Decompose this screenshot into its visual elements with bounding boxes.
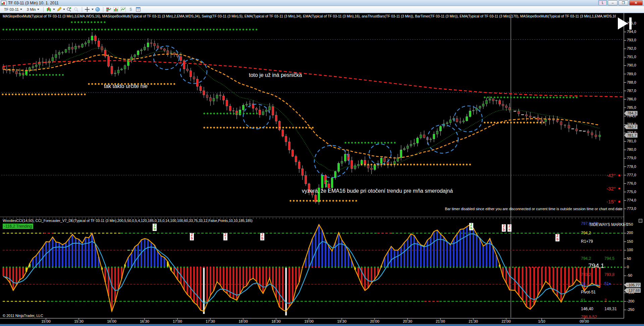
swing-dot (32, 93, 33, 95)
swing-dot (151, 83, 152, 85)
swing-dot (391, 142, 392, 143)
swing-dot (104, 29, 106, 30)
swing-dot (41, 93, 43, 95)
swing-dot (487, 96, 489, 98)
swing-dot (108, 29, 109, 30)
swing-dot (285, 127, 287, 128)
swing-dot (253, 112, 254, 114)
swing-dot (52, 74, 54, 76)
candle (216, 95, 218, 98)
swing-dot (88, 83, 90, 85)
candle (449, 120, 451, 123)
zoom-out-button[interactable] (73, 7, 80, 12)
title-bar[interactable]: TF 03-11 (3 Min) 10. 1. 2011 L – ❐ ✕ (0, 0, 644, 6)
swing-dot (289, 200, 291, 201)
chevron-down-icon[interactable] (53, 9, 55, 10)
interval-selector[interactable]: 3 Min (25, 7, 41, 12)
cci-bar (82, 243, 83, 267)
candle (295, 156, 297, 162)
swing-dot (296, 127, 297, 128)
swing-dot (500, 122, 502, 123)
instrument-selector[interactable]: TF 03-11 (2, 7, 24, 12)
swing-dot (39, 29, 40, 30)
swing-dot (239, 112, 241, 114)
toolbar-separator (103, 7, 103, 12)
account-button[interactable]: $ (127, 7, 134, 12)
candle (351, 160, 353, 169)
candle (417, 138, 419, 143)
chart-style-button[interactable] (46, 7, 52, 12)
time-axis-label: 17:00 (173, 319, 182, 323)
swing-dot (39, 74, 41, 76)
candle (58, 52, 60, 54)
time-axis-label: 16:00 (107, 319, 116, 323)
swing-dot (157, 83, 159, 85)
swing-dot (48, 93, 50, 95)
table-icon (136, 7, 141, 12)
crosshair-button[interactable] (84, 7, 91, 12)
link-button[interactable]: L (599, 0, 607, 5)
regions-button[interactable] (120, 7, 127, 12)
info-panel-value: 2 (604, 298, 607, 303)
maximize-button[interactable]: ❐ (619, 0, 628, 5)
swing-dot (292, 127, 294, 128)
candle (587, 131, 589, 133)
cci-indicator-label: WoodiesCCI(14,50), CCI_Forecaster_V7_DE(… (3, 219, 570, 223)
cci-bar (200, 267, 202, 310)
cci-bar (91, 233, 93, 267)
candle (476, 108, 478, 110)
close-button[interactable]: ✕ (629, 0, 643, 5)
swing-dot (239, 127, 241, 128)
swing-dot (117, 29, 119, 30)
swing-dot (364, 164, 366, 165)
price-axis-label: 791,0 (627, 55, 636, 59)
price-axis-label: 776,0 (627, 181, 636, 185)
chart-canvas[interactable] (0, 0, 644, 326)
drawing-tools-button[interactable] (56, 7, 62, 12)
swing-dot (296, 200, 298, 201)
swing-dot (167, 83, 169, 85)
time-axis-label: 16:30 (140, 319, 149, 323)
price-axis-label: 781,0 (627, 139, 636, 143)
data-box-button[interactable] (94, 7, 101, 12)
swing-dot (12, 93, 13, 95)
zoom-in-button[interactable] (66, 7, 72, 12)
swing-dot (352, 200, 354, 201)
swing-dot (393, 164, 395, 165)
info-panel-value: 794,1 (588, 262, 604, 270)
panel-options-icon[interactable] (639, 219, 642, 223)
swing-dot (223, 127, 225, 128)
candle (223, 96, 225, 100)
candle (456, 119, 458, 122)
candle (170, 53, 172, 53)
cci-bar (564, 267, 566, 294)
swing-dot (22, 29, 24, 30)
window-title: TF 03-11 (3 Min) 10. 1. 2011 (8, 1, 59, 5)
cci-bar (315, 232, 317, 267)
grid-button[interactable] (135, 7, 142, 12)
swing-dot (510, 96, 512, 98)
price-axis-label: 793,0 (627, 38, 636, 42)
cci-bar (549, 267, 550, 285)
cci-bar (321, 230, 323, 267)
minimize-button[interactable]: – (608, 0, 618, 5)
candle (78, 46, 80, 47)
swing-dot (15, 93, 17, 95)
swing-dot (88, 29, 90, 30)
chevron-down-icon[interactable] (63, 9, 65, 10)
bar-timer-message: Bar timer disabled since either you are … (445, 207, 623, 211)
chart-trader-button[interactable] (113, 7, 119, 12)
area-chart-icon (121, 7, 126, 12)
swing-dot (510, 122, 512, 123)
chevron-down-icon[interactable] (92, 9, 94, 10)
swing-dot (81, 93, 83, 95)
cci-bar (85, 237, 87, 267)
price-axis-label: 785,0 (627, 105, 636, 109)
price-levels-icon (106, 7, 111, 12)
swing-dot (256, 29, 257, 30)
candle (183, 61, 185, 69)
swing-dot (226, 112, 228, 114)
gann-degree-label: -32° (606, 186, 616, 191)
alerts-button[interactable] (105, 7, 112, 12)
cci-bar (486, 244, 487, 267)
